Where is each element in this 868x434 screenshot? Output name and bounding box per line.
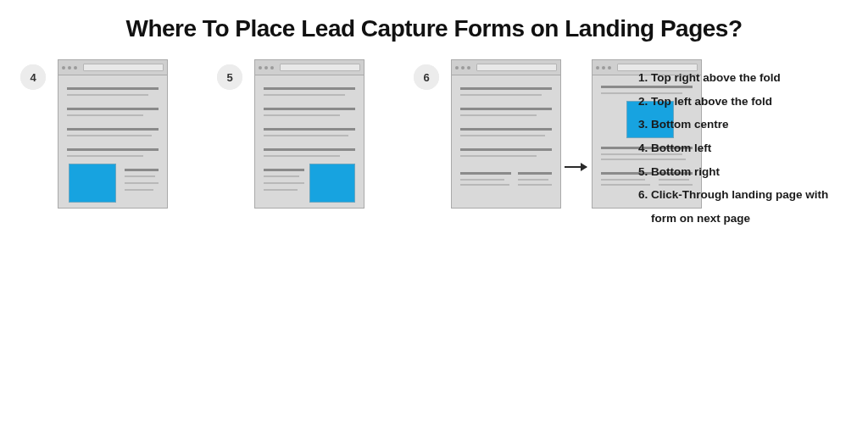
browser-chrome (255, 60, 364, 75)
address-bar (476, 64, 557, 71)
window-dot (259, 66, 262, 70)
badge-5: 5 (217, 64, 242, 90)
browser-mock-5 (254, 59, 364, 209)
window-dot (270, 66, 274, 70)
page-body (452, 75, 560, 208)
address-bar (83, 64, 164, 71)
browser-mock-6a (451, 59, 561, 209)
window-dot (596, 66, 599, 70)
window-dot (62, 66, 65, 70)
badge-4: 4 (20, 64, 46, 90)
legend-item-2: Top left above the fold (651, 90, 854, 114)
browser-mock-4 (58, 59, 168, 209)
form-bottom-right (309, 164, 355, 203)
form-bottom-left (69, 164, 116, 203)
legend-item-1: Top right above the fold (651, 66, 854, 90)
legend-item-5: Bottom right (651, 160, 854, 184)
page-title: Where To Place Lead Capture Forms on Lan… (0, 0, 868, 42)
variant-5: 5 (217, 59, 387, 229)
badge-6: 6 (414, 64, 439, 90)
window-dot (68, 66, 71, 70)
legend-item-4: Bottom left (651, 136, 854, 160)
window-dot (74, 66, 77, 70)
window-dot (602, 66, 605, 70)
browser-chrome (58, 60, 167, 75)
arrow-icon (565, 166, 587, 168)
window-dot (264, 66, 268, 70)
window-dot (455, 66, 459, 70)
window-dot (608, 66, 611, 70)
variant-4: 4 (20, 59, 190, 229)
page-body (255, 75, 364, 208)
address-bar (280, 64, 360, 71)
window-dot (467, 66, 470, 70)
window-dot (461, 66, 465, 70)
page-body (58, 75, 167, 208)
legend-item-6: Click-Through landing page with form on … (651, 183, 854, 230)
legend: Top right above the fold Top left above … (634, 66, 854, 231)
browser-chrome (452, 60, 560, 75)
legend-item-3: Bottom centre (651, 113, 854, 136)
